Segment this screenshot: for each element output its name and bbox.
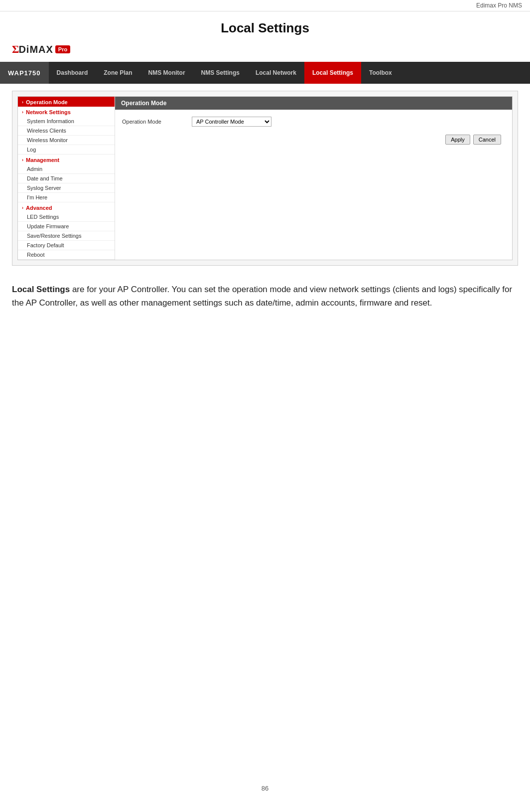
- sidebar-item-wireless-clients[interactable]: Wireless Clients: [18, 126, 115, 136]
- sidebar-section-network-settings[interactable]: › Network Settings: [18, 107, 115, 117]
- sidebar: › Operation Mode › Network Settings Syst…: [18, 97, 115, 260]
- chevron-icon: ›: [22, 158, 23, 162]
- nav-item-nms-settings[interactable]: NMS Settings: [193, 62, 248, 84]
- logo-dimax: DiMAX: [18, 44, 53, 55]
- form-label-operation-mode: Operation Mode: [122, 119, 192, 125]
- app-title: Edimax Pro NMS: [0, 0, 530, 11]
- sidebar-section-label: Operation Mode: [26, 99, 68, 105]
- description-text: are for your AP Controller. You can set …: [12, 285, 512, 308]
- logo-pro-badge: Pro: [55, 45, 70, 53]
- sidebar-item-syslog-server[interactable]: Syslog Server: [18, 183, 115, 193]
- sidebar-item-log[interactable]: Log: [18, 145, 115, 155]
- sidebar-item-admin[interactable]: Admin: [18, 164, 115, 174]
- content-header: Operation Mode: [115, 97, 512, 110]
- content-body: Operation Mode AP Controller Mode AP Mod…: [115, 110, 512, 152]
- sidebar-item-reboot[interactable]: Reboot: [18, 250, 115, 260]
- nav-item-local-settings[interactable]: Local Settings: [304, 62, 361, 84]
- nav-item-zone-plan[interactable]: Zone Plan: [96, 62, 140, 84]
- nav-item-dashboard[interactable]: Dashboard: [49, 62, 96, 84]
- sidebar-item-update-firmware[interactable]: Update Firmware: [18, 222, 115, 231]
- nav-item-toolbox[interactable]: Toolbox: [361, 62, 400, 84]
- sidebar-item-led-settings[interactable]: LED Settings: [18, 212, 115, 222]
- button-row: Apply Cancel: [122, 135, 505, 145]
- sidebar-item-date-and-time[interactable]: Date and Time: [18, 174, 115, 183]
- screenshot-container: › Operation Mode › Network Settings Syst…: [12, 91, 518, 266]
- sidebar-section-label: Network Settings: [26, 109, 71, 115]
- form-row-operation-mode: Operation Mode AP Controller Mode AP Mod…: [122, 117, 505, 127]
- sidebar-section-label: Management: [26, 157, 59, 163]
- page-title: Local Settings: [0, 11, 530, 43]
- sidebar-item-factory-default[interactable]: Factory Default: [18, 241, 115, 250]
- sidebar-item-save-restore-settings[interactable]: Save/Restore Settings: [18, 231, 115, 241]
- sidebar-section-management[interactable]: › Management: [18, 155, 115, 164]
- logo: Σ DiMAX Pro: [12, 43, 70, 56]
- description-bold: Local Settings: [12, 285, 70, 294]
- sidebar-item-system-information[interactable]: System Information: [18, 117, 115, 126]
- chevron-icon: ›: [22, 110, 23, 115]
- chevron-icon: ›: [22, 100, 23, 105]
- sidebar-item-wireless-monitor[interactable]: Wireless Monitor: [18, 136, 115, 145]
- nav-bar: WAP1750 Dashboard Zone Plan NMS Monitor …: [0, 62, 530, 84]
- sidebar-section-operation-mode[interactable]: › Operation Mode: [18, 97, 115, 107]
- operation-mode-select[interactable]: AP Controller Mode AP Mode: [192, 117, 271, 127]
- logo-area: Σ DiMAX Pro: [0, 43, 530, 62]
- page-number: 86: [0, 775, 530, 802]
- nav-item-wap[interactable]: WAP1750: [0, 62, 49, 84]
- sidebar-item-im-here[interactable]: I'm Here: [18, 193, 115, 202]
- logo-sigma: Σ: [12, 43, 18, 56]
- description-area: Local Settings are for your AP Controlle…: [0, 276, 530, 322]
- screenshot-inner: › Operation Mode › Network Settings Syst…: [17, 96, 513, 260]
- chevron-icon: ›: [22, 205, 23, 210]
- sidebar-section-advanced[interactable]: › Advanced: [18, 202, 115, 212]
- nav-item-nms-monitor[interactable]: NMS Monitor: [140, 62, 193, 84]
- main-content: Operation Mode Operation Mode AP Control…: [115, 97, 512, 260]
- sidebar-section-label: Advanced: [26, 205, 52, 211]
- apply-button[interactable]: Apply: [445, 135, 470, 145]
- nav-item-local-network[interactable]: Local Network: [248, 62, 304, 84]
- cancel-button[interactable]: Cancel: [473, 135, 501, 145]
